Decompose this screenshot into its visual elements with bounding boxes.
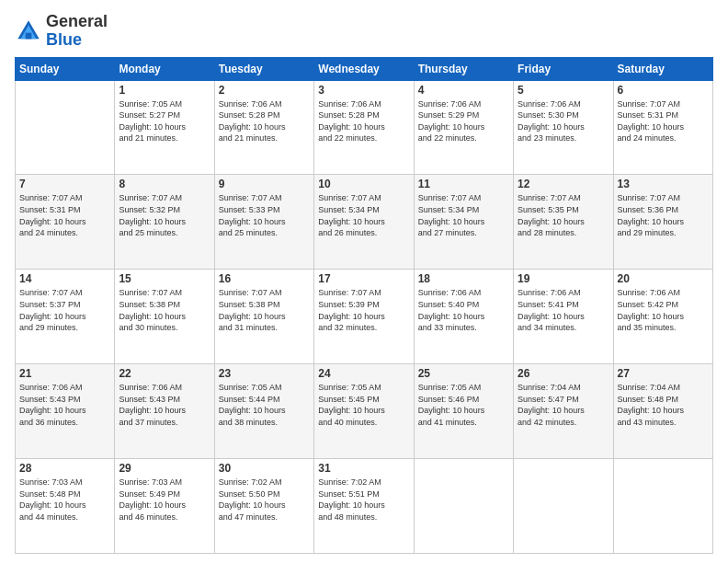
day-header-tuesday: Tuesday	[214, 57, 313, 80]
day-number: 4	[418, 84, 509, 97]
day-number: 23	[219, 367, 310, 380]
logo-icon	[15, 17, 42, 45]
calendar-cell: 12Sunrise: 7:07 AM Sunset: 5:35 PM Dayli…	[514, 175, 613, 270]
day-header-monday: Monday	[115, 57, 214, 80]
day-number: 6	[618, 84, 709, 97]
logo: General Blue	[15, 13, 108, 50]
day-number: 28	[19, 462, 110, 475]
calendar-cell: 11Sunrise: 7:07 AM Sunset: 5:34 PM Dayli…	[414, 175, 513, 270]
header: General Blue	[15, 13, 713, 50]
week-row-3: 14Sunrise: 7:07 AM Sunset: 5:37 PM Dayli…	[16, 270, 713, 364]
calendar-cell	[16, 80, 115, 175]
calendar-cell: 8Sunrise: 7:07 AM Sunset: 5:32 PM Daylig…	[115, 175, 214, 270]
calendar-cell: 13Sunrise: 7:07 AM Sunset: 5:36 PM Dayli…	[613, 175, 712, 270]
cell-details: Sunrise: 7:07 AM Sunset: 5:38 PM Dayligh…	[219, 287, 310, 333]
day-number: 17	[318, 272, 409, 285]
day-number: 9	[219, 178, 310, 190]
day-number: 20	[618, 272, 709, 285]
calendar-cell: 26Sunrise: 7:04 AM Sunset: 5:47 PM Dayli…	[514, 364, 613, 459]
calendar-cell: 6Sunrise: 7:07 AM Sunset: 5:31 PM Daylig…	[613, 80, 712, 175]
cell-details: Sunrise: 7:07 AM Sunset: 5:36 PM Dayligh…	[618, 192, 709, 238]
cell-details: Sunrise: 7:05 AM Sunset: 5:45 PM Dayligh…	[318, 382, 409, 428]
cell-details: Sunrise: 7:06 AM Sunset: 5:43 PM Dayligh…	[19, 382, 110, 428]
cell-details: Sunrise: 7:06 AM Sunset: 5:42 PM Dayligh…	[618, 287, 709, 333]
cell-details: Sunrise: 7:07 AM Sunset: 5:32 PM Dayligh…	[119, 192, 210, 238]
week-row-4: 21Sunrise: 7:06 AM Sunset: 5:43 PM Dayli…	[16, 364, 713, 459]
day-number: 24	[318, 367, 409, 380]
cell-details: Sunrise: 7:07 AM Sunset: 5:39 PM Dayligh…	[318, 287, 409, 333]
calendar-cell: 28Sunrise: 7:03 AM Sunset: 5:48 PM Dayli…	[16, 459, 115, 554]
cell-details: Sunrise: 7:07 AM Sunset: 5:38 PM Dayligh…	[119, 287, 210, 333]
day-number: 16	[219, 272, 310, 285]
day-number: 12	[518, 178, 609, 190]
cell-details: Sunrise: 7:05 AM Sunset: 5:46 PM Dayligh…	[418, 382, 509, 428]
calendar-cell: 29Sunrise: 7:03 AM Sunset: 5:49 PM Dayli…	[115, 459, 214, 554]
cell-details: Sunrise: 7:07 AM Sunset: 5:34 PM Dayligh…	[318, 192, 409, 238]
cell-details: Sunrise: 7:02 AM Sunset: 5:50 PM Dayligh…	[219, 477, 310, 523]
calendar-cell: 3Sunrise: 7:06 AM Sunset: 5:28 PM Daylig…	[314, 80, 414, 175]
calendar-cell: 20Sunrise: 7:06 AM Sunset: 5:42 PM Dayli…	[613, 270, 712, 364]
calendar-cell	[514, 459, 613, 554]
cell-details: Sunrise: 7:07 AM Sunset: 5:31 PM Dayligh…	[19, 192, 110, 238]
day-number: 8	[119, 178, 210, 190]
cell-details: Sunrise: 7:03 AM Sunset: 5:48 PM Dayligh…	[19, 477, 110, 523]
calendar-cell: 4Sunrise: 7:06 AM Sunset: 5:29 PM Daylig…	[414, 80, 513, 175]
day-number: 29	[119, 462, 210, 475]
week-row-1: 1Sunrise: 7:05 AM Sunset: 5:27 PM Daylig…	[16, 80, 713, 175]
day-number: 10	[318, 178, 409, 190]
calendar-cell: 7Sunrise: 7:07 AM Sunset: 5:31 PM Daylig…	[16, 175, 115, 270]
cell-details: Sunrise: 7:05 AM Sunset: 5:44 PM Dayligh…	[219, 382, 310, 428]
day-number: 13	[618, 178, 709, 190]
calendar-cell	[613, 459, 712, 554]
calendar-cell: 17Sunrise: 7:07 AM Sunset: 5:39 PM Dayli…	[314, 270, 414, 364]
day-number: 15	[119, 272, 210, 285]
day-number: 3	[318, 84, 409, 97]
cell-details: Sunrise: 7:06 AM Sunset: 5:40 PM Dayligh…	[418, 287, 509, 333]
calendar-cell: 16Sunrise: 7:07 AM Sunset: 5:38 PM Dayli…	[214, 270, 313, 364]
cell-details: Sunrise: 7:06 AM Sunset: 5:28 PM Dayligh…	[219, 98, 310, 144]
calendar-cell: 31Sunrise: 7:02 AM Sunset: 5:51 PM Dayli…	[314, 459, 414, 554]
day-number: 7	[19, 178, 110, 190]
cell-details: Sunrise: 7:07 AM Sunset: 5:34 PM Dayligh…	[418, 192, 509, 238]
day-number: 1	[119, 84, 210, 97]
logo-text: General Blue	[46, 13, 108, 50]
day-header-thursday: Thursday	[414, 57, 513, 80]
calendar-cell: 22Sunrise: 7:06 AM Sunset: 5:43 PM Dayli…	[115, 364, 214, 459]
calendar-cell: 1Sunrise: 7:05 AM Sunset: 5:27 PM Daylig…	[115, 80, 214, 175]
days-header-row: SundayMondayTuesdayWednesdayThursdayFrid…	[16, 57, 713, 80]
day-number: 21	[19, 367, 110, 380]
calendar-cell: 2Sunrise: 7:06 AM Sunset: 5:28 PM Daylig…	[214, 80, 313, 175]
cell-details: Sunrise: 7:07 AM Sunset: 5:31 PM Dayligh…	[618, 98, 709, 144]
cell-details: Sunrise: 7:05 AM Sunset: 5:27 PM Dayligh…	[119, 98, 210, 144]
calendar-table: SundayMondayTuesdayWednesdayThursdayFrid…	[15, 57, 713, 554]
day-number: 30	[219, 462, 310, 475]
calendar-cell: 9Sunrise: 7:07 AM Sunset: 5:33 PM Daylig…	[214, 175, 313, 270]
calendar-cell: 14Sunrise: 7:07 AM Sunset: 5:37 PM Dayli…	[16, 270, 115, 364]
day-number: 11	[418, 178, 509, 190]
calendar-cell: 18Sunrise: 7:06 AM Sunset: 5:40 PM Dayli…	[414, 270, 513, 364]
calendar-body: 1Sunrise: 7:05 AM Sunset: 5:27 PM Daylig…	[16, 80, 713, 553]
cell-details: Sunrise: 7:07 AM Sunset: 5:33 PM Dayligh…	[219, 192, 310, 238]
page: General Blue SundayMondayTuesdayWednesda…	[0, 0, 728, 563]
cell-details: Sunrise: 7:04 AM Sunset: 5:48 PM Dayligh…	[618, 382, 709, 428]
cell-details: Sunrise: 7:06 AM Sunset: 5:29 PM Dayligh…	[418, 98, 509, 144]
calendar-cell: 27Sunrise: 7:04 AM Sunset: 5:48 PM Dayli…	[613, 364, 712, 459]
day-number: 25	[418, 367, 509, 380]
cell-details: Sunrise: 7:06 AM Sunset: 5:41 PM Dayligh…	[518, 287, 609, 333]
week-row-5: 28Sunrise: 7:03 AM Sunset: 5:48 PM Dayli…	[16, 459, 713, 554]
calendar-cell: 21Sunrise: 7:06 AM Sunset: 5:43 PM Dayli…	[16, 364, 115, 459]
cell-details: Sunrise: 7:06 AM Sunset: 5:28 PM Dayligh…	[318, 98, 409, 144]
calendar-cell: 23Sunrise: 7:05 AM Sunset: 5:44 PM Dayli…	[214, 364, 313, 459]
cell-details: Sunrise: 7:02 AM Sunset: 5:51 PM Dayligh…	[318, 477, 409, 523]
day-number: 19	[518, 272, 609, 285]
cell-details: Sunrise: 7:07 AM Sunset: 5:37 PM Dayligh…	[19, 287, 110, 333]
cell-details: Sunrise: 7:03 AM Sunset: 5:49 PM Dayligh…	[119, 477, 210, 523]
cell-details: Sunrise: 7:06 AM Sunset: 5:43 PM Dayligh…	[119, 382, 210, 428]
day-number: 18	[418, 272, 509, 285]
day-number: 26	[518, 367, 609, 380]
calendar-cell: 15Sunrise: 7:07 AM Sunset: 5:38 PM Dayli…	[115, 270, 214, 364]
calendar-cell: 5Sunrise: 7:06 AM Sunset: 5:30 PM Daylig…	[514, 80, 613, 175]
calendar-cell	[414, 459, 513, 554]
day-number: 22	[119, 367, 210, 380]
week-row-2: 7Sunrise: 7:07 AM Sunset: 5:31 PM Daylig…	[16, 175, 713, 270]
